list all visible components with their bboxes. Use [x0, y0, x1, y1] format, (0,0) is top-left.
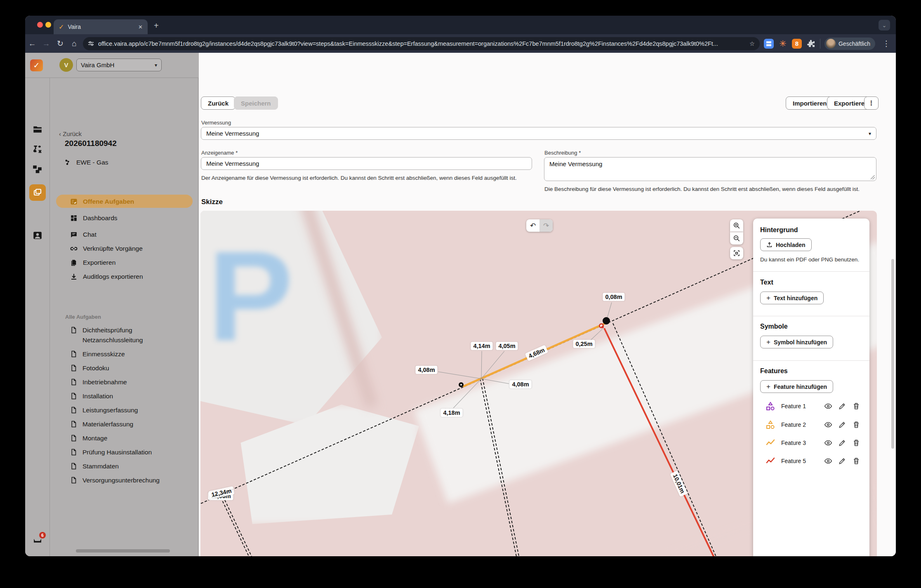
home-icon[interactable]: ⌂	[67, 39, 81, 48]
vertex-marker-white[interactable]	[459, 382, 464, 387]
sidebar-item-offene-aufgaben-row[interactable]: Offene Aufgaben	[70, 195, 134, 208]
vaira-logo[interactable]: ✓	[30, 59, 43, 71]
url-bar[interactable]: office.vaira.app/o/c7be7mnm5f1rdro8tg2g/…	[83, 37, 760, 50]
tab-bar: ✓ Vaira ✕ + ⌄	[25, 16, 896, 34]
edit-pencil-icon[interactable]	[838, 402, 846, 410]
measurement-label[interactable]: 4,14m	[471, 342, 492, 350]
eye-icon[interactable]	[824, 439, 832, 447]
feature-row[interactable]: Feature 5	[766, 455, 860, 467]
extension-icon-sprocket[interactable]: ✳	[778, 39, 788, 49]
eye-icon[interactable]	[824, 402, 832, 410]
measurement-label[interactable]: 0,08m	[603, 293, 624, 301]
vertex-marker-red[interactable]	[599, 323, 604, 328]
sketch-canvas[interactable]: P	[200, 211, 877, 556]
project-link[interactable]: EWE - Gas	[65, 159, 108, 166]
vertex-marker-black[interactable]	[603, 317, 610, 325]
anzeigename-input[interactable]: Meine Vermessung	[201, 157, 532, 170]
close-window-button[interactable]	[37, 22, 43, 28]
sidebar-task-versorgungsunterbrechung[interactable]: Versorgungsunterbrechung	[70, 475, 194, 485]
link-icon	[70, 245, 78, 252]
edit-pencil-icon[interactable]	[838, 457, 846, 465]
sidebar-task-stammdaten[interactable]: Stammdaten	[70, 461, 119, 471]
edit-pencil-icon[interactable]	[838, 439, 846, 447]
sidebar-horizontal-scrollbar[interactable]	[76, 549, 170, 553]
browser-menu-kebab-icon[interactable]: ⋮	[879, 39, 893, 48]
browser-tab[interactable]: ✓ Vaira ✕	[54, 19, 148, 34]
profile-button[interactable]: Geschäftlich	[824, 38, 875, 50]
inbox-icon[interactable]: 6	[32, 535, 43, 546]
sidebar-task-montage[interactable]: Montage	[70, 433, 107, 443]
sidebar-item-exportieren[interactable]: Exportieren	[70, 256, 115, 269]
forward-icon[interactable]: →	[39, 39, 53, 48]
text-add-button[interactable]: + Text hinzufügen	[760, 292, 824, 304]
forms-fields-icon[interactable]	[32, 144, 43, 155]
minimize-window-button[interactable]	[45, 22, 51, 28]
resize-handle[interactable]	[871, 175, 875, 179]
sidebar-task-installation[interactable]: Installation	[70, 391, 113, 401]
leader-line	[481, 351, 505, 379]
eye-icon[interactable]	[824, 421, 832, 429]
redo-button[interactable]: ↷	[539, 219, 553, 232]
undo-button[interactable]: ↶	[526, 219, 539, 232]
sidebar-task-fotodoku[interactable]: Fotodoku	[70, 363, 109, 373]
eye-icon[interactable]	[824, 457, 832, 465]
trash-icon[interactable]	[852, 457, 860, 465]
hochladen-button[interactable]: Hochladen	[760, 238, 812, 251]
more-kebab-button[interactable]: ⋮	[864, 96, 879, 110]
feature-row[interactable]: Feature 3	[766, 437, 860, 449]
contacts-icon[interactable]	[32, 230, 43, 241]
measurement-label[interactable]: 4,08m	[415, 366, 437, 374]
sidebar-back-link[interactable]: ‹ Zurück	[59, 130, 82, 137]
step-save-button[interactable]: Speichern	[234, 96, 278, 110]
new-tab-button[interactable]: +	[154, 21, 159, 30]
extensions-puzzle-icon[interactable]	[806, 39, 816, 49]
close-tab-icon[interactable]: ✕	[138, 24, 143, 30]
sidebar-item-auditlogs[interactable]: Auditlogs exportieren	[70, 270, 143, 283]
step-back-button[interactable]: Zurück	[201, 96, 236, 110]
measurement-label[interactable]: 4,05m	[496, 342, 518, 350]
measurement-label[interactable]: 10,01m	[670, 470, 688, 497]
vermessung-select[interactable]: Meine Vermessung ▾	[201, 127, 876, 140]
reload-icon[interactable]: ↻	[53, 39, 67, 48]
extension-icon-blue[interactable]	[764, 39, 774, 49]
zoom-out-button[interactable]	[730, 232, 743, 245]
feature-row[interactable]: Feature 1	[766, 400, 860, 412]
back-icon[interactable]: ←	[25, 39, 39, 48]
measurement-label[interactable]: 4,68m	[525, 345, 549, 361]
anzeigename-label: Anzeigename *	[201, 150, 238, 156]
tab-search-chevron-icon[interactable]: ⌄	[879, 20, 890, 31]
bookmark-star-icon[interactable]: ☆	[749, 40, 755, 47]
beschreibung-textarea[interactable]: Meine Vermessung	[544, 157, 876, 181]
feature-add-button[interactable]: + Feature hinzufügen	[760, 380, 833, 393]
sidebar-item-dashboards[interactable]: Dashboards	[70, 212, 118, 224]
sidebar-task-leistungserfassung[interactable]: Leistungserfassung	[70, 405, 138, 415]
workflow-icon[interactable]	[32, 164, 43, 174]
sidebar-task-pruefung-hausinstallation[interactable]: Prüfung Hausinstallation	[70, 447, 152, 457]
trash-icon[interactable]	[852, 402, 860, 410]
undo-redo-group: ↶ ↷	[526, 219, 553, 232]
sidebar-item-chat[interactable]: Chat	[70, 228, 97, 241]
zoom-in-button[interactable]	[730, 219, 743, 232]
symbol-add-button[interactable]: + Symbol hinzufügen	[760, 336, 833, 348]
measurement-label[interactable]: 4,18m	[440, 409, 462, 417]
projects-folder-icon[interactable]	[32, 124, 43, 135]
page-scrollbar[interactable]	[891, 259, 894, 449]
sidebar-task-dichtheitspruefung[interactable]: Dichtheitsprüfung Netzanschlussleitung	[70, 325, 190, 345]
trash-icon[interactable]	[852, 439, 860, 447]
instances-rail-item-active[interactable]	[29, 184, 46, 201]
measurement-label[interactable]: 4,08m	[509, 380, 531, 388]
fit-view-button[interactable]	[730, 247, 743, 259]
sidebar-task-inbetriebnahme[interactable]: Inbetriebnahme	[70, 377, 127, 387]
site-info-icon[interactable]	[88, 40, 94, 47]
sidebar-task-materialerfassung[interactable]: Materialerfassung	[70, 419, 133, 429]
trash-icon[interactable]	[852, 421, 860, 429]
sidebar-task-einmessskizze[interactable]: Einmessskizze	[70, 349, 125, 359]
sidebar-item-verknuepfte-vorgaenge[interactable]: Verknüpfte Vorgänge	[70, 242, 143, 255]
org-select[interactable]: Vaira GmbH ▾	[76, 59, 162, 71]
feature-row[interactable]: Feature 2	[766, 419, 860, 431]
measurement-label[interactable]: 0,25m	[573, 340, 595, 348]
extension-icon-orange[interactable]: 8	[792, 39, 802, 49]
edit-pencil-icon[interactable]	[838, 421, 846, 429]
hintergrund-title: Hintergrund	[760, 226, 798, 234]
plus-icon: +	[766, 383, 770, 391]
